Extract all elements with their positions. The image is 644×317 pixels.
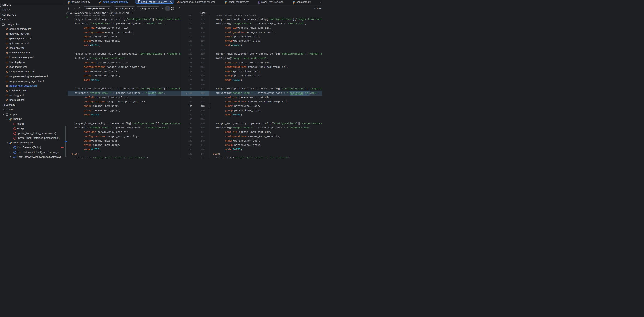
svg-text:f: f [14, 132, 16, 134]
svg-text:f: f [14, 123, 16, 125]
svg-text:C: C [14, 156, 16, 158]
svg-text:C: C [14, 151, 16, 153]
svg-text:{ }: { } [258, 1, 260, 4]
svg-text:f: f [14, 128, 16, 130]
svg-text:C: C [14, 146, 16, 149]
svg-text:f: f [14, 137, 16, 139]
